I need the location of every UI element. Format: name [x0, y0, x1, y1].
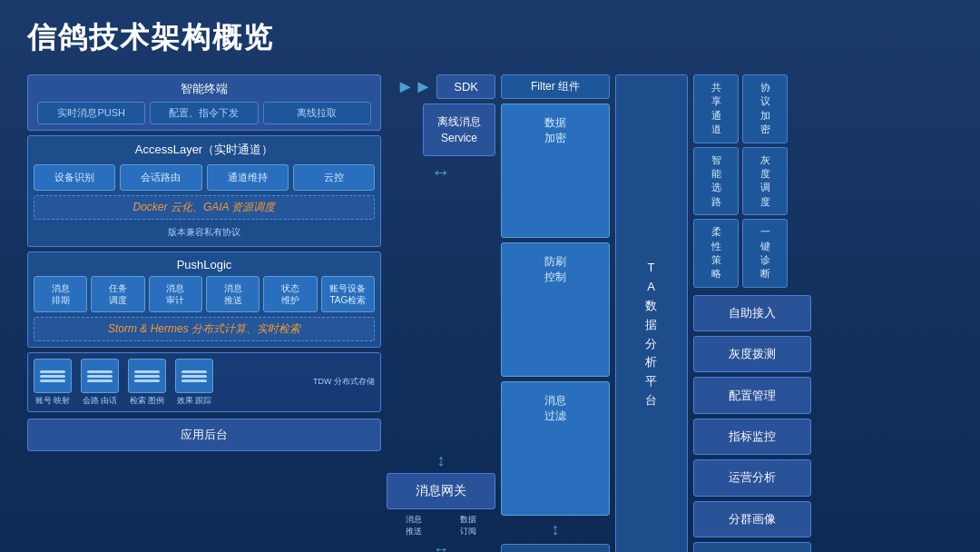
sub-offline: 离线拉取 — [263, 102, 371, 124]
msg-middleware: 消息 中间件 — [501, 544, 610, 552]
sub-config: 配置、指令下发 — [150, 102, 258, 124]
right-bottom: 业务自有运营平台 — [693, 542, 811, 552]
ta-platform: T A 数 据 分 析 平 台 — [615, 74, 688, 552]
push-schedule: 消息 排期 — [34, 276, 87, 312]
smart-terminal-block: 智能终端 实时消息PUSH 配置、指令下发 离线拉取 — [27, 74, 381, 131]
push-task: 任务 调度 — [91, 276, 144, 312]
storage-account: 账号 映射 — [34, 359, 72, 406]
main-container: 信鸽技术架构概览 智能终端 实时消息PUSH 配置、指令下发 离线拉取 Acce… — [0, 0, 980, 552]
db-icon-4 — [175, 359, 213, 393]
center-column: ►► SDK 离线消息 Service ↔ ↕ 消息网关 消息 推送 数据 订阅 — [387, 74, 495, 552]
right-segment: 分群画像 — [693, 501, 811, 537]
sub-push: 实时消息PUSH — [37, 102, 145, 124]
sdk-box: SDK — [436, 74, 495, 99]
push-send: 消息 推送 — [206, 276, 260, 312]
terminal-sub-row: 实时消息PUSH 配置、指令下发 离线拉取 — [37, 102, 371, 124]
left-column: 智能终端 实时消息PUSH 配置、指令下发 离线拉取 AccessLayer（实… — [27, 74, 381, 552]
storage-search: 检索 图例 — [128, 359, 166, 406]
push-title: PushLogic — [34, 258, 375, 271]
storage-effect: 效果 跟踪 — [175, 359, 213, 406]
smart-terminal-label: 智能终端 — [37, 81, 371, 97]
push-status: 状态 维护 — [263, 276, 317, 312]
right-grayscale: 灰度拨测 — [693, 336, 811, 372]
db-icon-3 — [128, 359, 166, 393]
db-icon-1 — [34, 359, 72, 393]
arrow-lr-gateway: ↔ — [433, 540, 449, 552]
app-backend: 应用后台 — [27, 419, 381, 451]
feature-encrypt: 协 议 加 密 — [742, 74, 788, 143]
access-cloud: 云控 — [293, 164, 375, 191]
access-layer-block: AccessLayer（实时通道） 设备识别 会话路由 通道维持 云控 Dock… — [27, 135, 381, 247]
arrow-filter-bottom: ↕ — [501, 520, 610, 539]
content-layout: 智能终端 实时消息PUSH 配置、指令下发 离线拉取 AccessLayer（实… — [27, 74, 962, 552]
sdk-row: ►► SDK — [397, 74, 495, 99]
push-tag: 账号设备 TAG检索 — [321, 276, 375, 312]
push-logic-block: PushLogic 消息 排期 任务 调度 消息 审计 消息 — [27, 251, 381, 348]
version-row: 版本兼容私有协议 — [34, 224, 375, 241]
bottom-app-row: 应用后台 — [27, 419, 381, 451]
arrow-lr-1: ↔ — [431, 161, 451, 184]
tdw-label: TDW 分布式存储 — [313, 376, 375, 388]
feature-boxes: 共 享 通 道 协 议 加 密 智 能 选 路 灰 度 调 度 柔 性 策 略 … — [693, 74, 811, 288]
storage-items: 账号 映射 会路 由话 检索 图例 — [34, 359, 306, 406]
access-items: 设备识别 会话路由 通道维持 云控 — [34, 164, 375, 191]
offline-service: 离线消息 Service — [423, 104, 495, 156]
arrow-up: ↕ — [437, 451, 446, 470]
gateway-labels: 消息 推送 数据 订阅 — [387, 514, 495, 537]
access-title: AccessLayer（实时通道） — [34, 142, 375, 158]
feature-gray: 灰 度 调 度 — [742, 147, 788, 216]
right-selfservice: 自助接入 — [693, 295, 811, 331]
storage-block: 账号 映射 会路 由话 检索 图例 — [27, 352, 381, 412]
access-device: 设备识别 — [34, 164, 115, 191]
right-column: 共 享 通 道 协 议 加 密 智 能 选 路 灰 度 调 度 柔 性 策 略 … — [693, 74, 811, 552]
offline-area: 离线消息 Service — [387, 104, 495, 156]
storm-row: Storm & Hermes 分布式计算、实时检索 — [34, 317, 375, 341]
access-session: 会话路由 — [120, 164, 201, 191]
right-config: 配置管理 — [693, 377, 811, 413]
storage-session: 会路 由话 — [81, 359, 119, 406]
push-audit: 消息 审计 — [149, 276, 202, 312]
db-icon-2 — [81, 359, 119, 393]
right-operations: 运营分析 — [693, 459, 811, 496]
filter-encrypt: 数据 加密 — [501, 104, 610, 238]
gateway-box: 消息网关 — [387, 473, 495, 509]
page-title: 信鸽技术架构概览 — [27, 18, 962, 58]
feature-diagnose: 一 键 诊 断 — [742, 219, 788, 288]
gateway-area: ↕ 消息网关 消息 推送 数据 订阅 ↔ 微信后台 — [387, 451, 495, 552]
docker-row: Docker 云化、GAIA 资源调度 — [34, 195, 375, 220]
feature-shared: 共 享 通 道 — [693, 74, 739, 143]
feature-flexible: 柔 性 策 略 — [693, 219, 739, 288]
feature-route: 智 能 选 路 — [693, 147, 739, 216]
push-items: 消息 排期 任务 调度 消息 审计 消息 推送 — [34, 276, 375, 312]
access-channel: 通道维持 — [207, 164, 289, 191]
filter-column: Filter 组件 数据 加密 防刷 控制 消息 过滤 ↕ 消息 中间件 — [501, 74, 610, 552]
filter-msg: 消息 过滤 — [501, 381, 610, 516]
filter-brush: 防刷 控制 — [501, 242, 610, 377]
right-monitor: 指标监控 — [693, 419, 811, 455]
filter-title: Filter 组件 — [501, 74, 610, 99]
